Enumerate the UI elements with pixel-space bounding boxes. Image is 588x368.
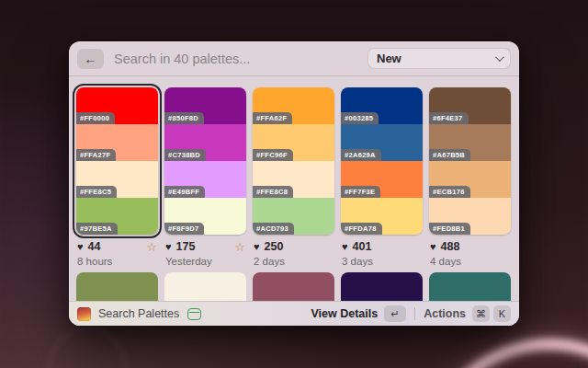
color-swatch[interactable]: #2A629A	[341, 124, 423, 161]
palette-age: 3 days	[341, 256, 423, 267]
color-swatch[interactable]: #FFE8C8	[253, 161, 334, 198]
color-swatch[interactable]: #FFE8C5	[76, 161, 158, 198]
heart-icon: ♥	[342, 242, 348, 252]
extension-icon	[77, 307, 91, 321]
palette-card[interactable]: #FFA62F #FFC96F #FFE8C8 #ACD793	[253, 87, 334, 235]
hex-label: #FED8B1	[429, 223, 470, 235]
hex-label: #FF7F3E	[341, 186, 380, 198]
favorite-star-icon[interactable]: ☆	[234, 241, 245, 253]
palette-card[interactable]: #6F4E37 #A67B5B #ECB176 #FED8B1	[429, 87, 511, 235]
like-count: 250	[265, 241, 284, 253]
color-swatch[interactable]: #FED8B1	[429, 198, 511, 235]
chevron-down-icon	[495, 52, 504, 62]
color-swatch[interactable]: #F8F9D7	[164, 198, 246, 235]
cmd-key-icon: ⌘	[472, 305, 490, 322]
hex-label: #FF0000	[76, 112, 115, 124]
color-swatch[interactable]: #003285	[341, 87, 423, 124]
palette-window-icon	[187, 308, 201, 320]
search-input[interactable]: Search in 40 palettes...	[114, 52, 368, 66]
hex-label: #FFDA78	[341, 223, 382, 235]
like-count: 44	[88, 241, 101, 253]
hex-label: #850F8D	[164, 112, 204, 124]
palette-column: #850F8D #C738BD #E49BFF #F8F9D7 ♥ 175 ☆ …	[164, 87, 246, 267]
background-faint-circle	[48, 328, 127, 368]
color-swatch[interactable]: #ACD793	[253, 198, 334, 235]
color-swatch[interactable]: #C738BD	[164, 124, 246, 161]
palette-column: #FF0000 #FFA27F #FFE8C5 #97BE5A ♥ 44 ☆ 8…	[76, 87, 158, 267]
color-swatch[interactable]: #FFC96F	[253, 124, 334, 161]
back-arrow-icon: ←	[85, 52, 97, 66]
hex-label: #FFA62F	[253, 112, 292, 124]
action-bar: Search Palettes View Details ↵ Actions ⌘…	[69, 301, 519, 326]
hex-label: #FFE8C5	[76, 186, 117, 198]
hex-label: #FFE8C8	[253, 186, 293, 198]
like-count: 175	[176, 241, 196, 253]
color-swatch[interactable]: #FF7F3E	[341, 161, 423, 198]
raycast-window: ← Search in 40 palettes... New #FF0000 #…	[69, 41, 519, 326]
color-swatch[interactable]: #FFA27F	[76, 124, 158, 161]
hex-label: #E49BFF	[164, 186, 205, 198]
palette-age: 2 days	[253, 256, 334, 267]
hex-label: #97BE5A	[76, 223, 118, 235]
color-swatch[interactable]: #6F4E37	[429, 87, 511, 124]
palette-column: #003285 #2A629A #FF7F3E #FFDA78 ♥ 401 3 …	[341, 87, 423, 267]
k-key-icon: K	[493, 305, 511, 322]
hex-label: #ACD793	[253, 223, 294, 235]
command-name: Search Palettes	[98, 307, 179, 320]
palette-age: Yesterday	[164, 256, 246, 267]
heart-icon: ♥	[254, 242, 260, 252]
hex-label: #6F4E37	[429, 112, 469, 124]
hex-label: #ECB176	[429, 186, 470, 198]
heart-icon: ♥	[430, 242, 436, 252]
like-count: 488	[441, 241, 460, 253]
palette-card-selected[interactable]: #FF0000 #FFA27F #FFE8C5 #97BE5A	[76, 87, 158, 235]
return-key-icon: ↵	[384, 305, 406, 322]
sort-dropdown[interactable]: New	[368, 48, 511, 69]
view-details-action[interactable]: View Details	[311, 307, 378, 320]
color-swatch[interactable]: #FFDA78	[341, 198, 423, 235]
palette-column: #FFA62F #FFC96F #FFE8C8 #ACD793 ♥ 250 2 …	[253, 87, 334, 267]
color-swatch[interactable]: #E49BFF	[164, 161, 246, 198]
heart-icon: ♥	[165, 242, 172, 252]
hex-label: #F8F9D7	[164, 223, 204, 235]
search-header: ← Search in 40 palettes... New	[69, 41, 519, 76]
like-count: 401	[353, 241, 372, 253]
back-button[interactable]: ←	[77, 49, 104, 69]
color-swatch[interactable]: #FFA62F	[253, 87, 334, 124]
favorite-star-icon[interactable]: ☆	[146, 241, 157, 253]
palette-card[interactable]: #003285 #2A629A #FF7F3E #FFDA78	[341, 87, 423, 235]
palette-card[interactable]: #850F8D #C738BD #E49BFF #F8F9D7	[164, 87, 246, 235]
palette-age: 4 days	[429, 256, 511, 267]
actions-menu-button[interactable]: Actions	[424, 307, 466, 320]
hex-label: #A67B5B	[429, 149, 470, 161]
sort-dropdown-value: New	[377, 52, 495, 65]
color-swatch[interactable]: #850F8D	[164, 87, 246, 124]
color-swatch[interactable]: #A67B5B	[429, 124, 511, 161]
footer-divider	[414, 307, 415, 320]
palette-age: 8 hours	[76, 256, 158, 267]
color-swatch[interactable]: #97BE5A	[76, 198, 158, 235]
palette-grid: #FF0000 #FFA27F #FFE8C5 #97BE5A ♥ 44 ☆ 8…	[69, 76, 519, 305]
palette-column: #6F4E37 #A67B5B #ECB176 #FED8B1 ♥ 488 4 …	[429, 87, 511, 267]
hex-label: #C738BD	[164, 149, 206, 161]
color-swatch[interactable]: #FF0000	[76, 87, 158, 124]
heart-icon: ♥	[77, 242, 84, 252]
hex-label: #FFA27F	[76, 149, 116, 161]
hex-label: #2A629A	[341, 149, 381, 161]
background-pink-arc	[421, 339, 588, 368]
hex-label: #003285	[341, 112, 379, 124]
hex-label: #FFC96F	[253, 149, 293, 161]
color-swatch[interactable]: #ECB176	[429, 161, 511, 198]
